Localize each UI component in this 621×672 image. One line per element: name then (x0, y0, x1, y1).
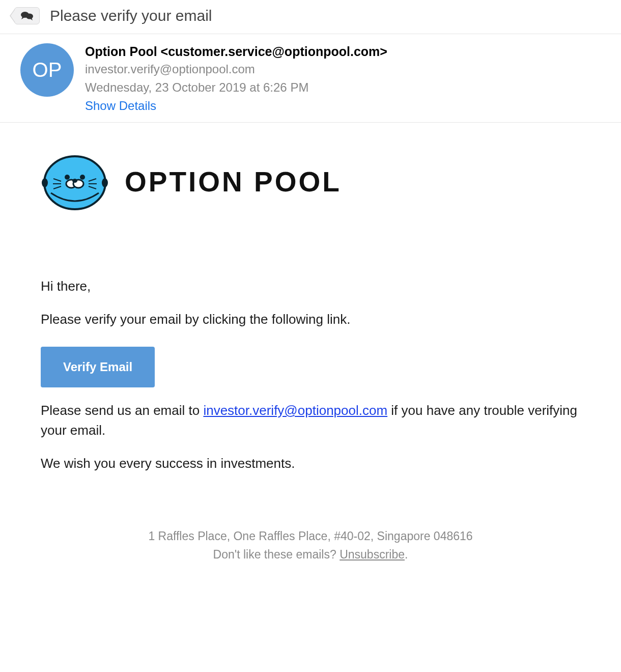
avatar-initials: OP (33, 59, 62, 81)
instruction-text: Please verify your email by clicking the… (41, 310, 585, 329)
svg-point-4 (102, 178, 108, 187)
email-meta: Option Pool <customer.service@optionpool… (85, 43, 387, 113)
svg-point-6 (80, 175, 85, 180)
unsubscribe-suffix: . (405, 548, 408, 561)
support-text: Please send us an email to investor.veri… (41, 401, 585, 440)
email-header: OP Option Pool <customer.service@optionp… (0, 34, 621, 123)
sender-avatar: OP (20, 43, 74, 97)
chat-bubbles-icon (20, 11, 34, 21)
support-prefix: Please send us an email to (41, 403, 203, 418)
unsubscribe-link[interactable]: Unsubscribe (340, 548, 405, 561)
svg-point-1 (26, 14, 33, 19)
svg-point-5 (65, 175, 70, 180)
brand-name: OPTION POOL (125, 165, 342, 198)
from-line: Option Pool <customer.service@optionpool… (85, 44, 387, 59)
closing-text: We wish you every success in investments… (41, 454, 585, 473)
support-email-link[interactable]: investor.verify@optionpool.com (203, 403, 387, 418)
show-details-link[interactable]: Show Details (85, 99, 387, 113)
conversation-tag-badge (14, 7, 40, 24)
svg-point-3 (42, 178, 48, 187)
email-subject: Please verify your email (50, 7, 212, 24)
svg-point-9 (72, 179, 77, 183)
email-footer: 1 Raffles Place, One Raffles Place, #40-… (0, 507, 621, 594)
email-body: OPTION POOL Hi there, Please verify your… (0, 123, 621, 507)
footer-address: 1 Raffles Place, One Raffles Place, #40-… (10, 527, 611, 546)
footer-unsubscribe-line: Don't like these emails? Unsubscribe. (10, 546, 611, 564)
to-line: investor.verify@optionpool.com (85, 62, 387, 76)
greeting-text: Hi there, (41, 276, 585, 296)
brand-mascot-icon (41, 153, 109, 210)
unsubscribe-prefix: Don't like these emails? (213, 548, 340, 561)
brand-row: OPTION POOL (41, 153, 585, 210)
verify-email-button[interactable]: Verify Email (41, 347, 155, 387)
body-text: Hi there, Please verify your email by cl… (41, 276, 585, 473)
subject-row: Please verify your email (0, 0, 621, 34)
date-line: Wednesday, 23 October 2019 at 6:26 PM (85, 80, 387, 95)
